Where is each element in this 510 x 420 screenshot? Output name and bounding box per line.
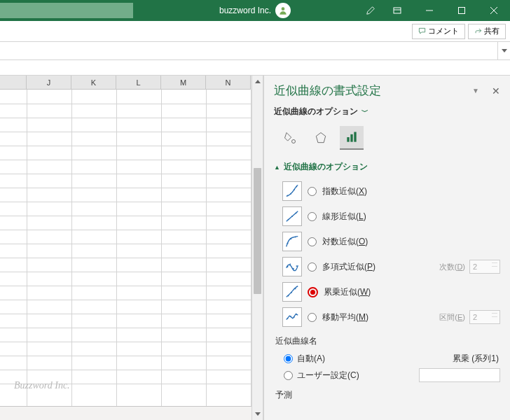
mavg-period-label: 区間(E) <box>439 312 465 323</box>
name-custom-label: ユーザー設定(C) <box>297 370 359 382</box>
fill-line-tab-icon[interactable] <box>278 126 302 150</box>
column-header[interactable]: N <box>206 76 251 90</box>
linear-radio[interactable] <box>308 212 317 221</box>
svg-point-32 <box>294 316 295 318</box>
moving-average-radio[interactable] <box>308 313 317 322</box>
pane-subtitle[interactable]: 近似曲線のオプション ﹀ <box>274 106 500 118</box>
name-custom-input[interactable] <box>419 368 500 382</box>
power-label: 累乗近似(W) <box>324 286 371 298</box>
name-auto-label: 自動(A) <box>297 353 325 365</box>
select-all-corner[interactable] <box>0 76 27 90</box>
svg-point-33 <box>296 314 298 315</box>
trendline-name-section: 近似曲線名 <box>275 335 500 347</box>
power-radio[interactable] <box>308 287 318 298</box>
spreadsheet-grid[interactable]: J K L M N Buzzword Inc. <box>0 76 251 420</box>
ribbon-row: コメント 共有 <box>0 21 510 42</box>
trendline-name-custom-row[interactable]: ユーザー設定(C) <box>284 367 500 384</box>
column-header[interactable]: M <box>161 76 206 90</box>
logarithmic-label: 対数近似(O) <box>322 236 368 248</box>
polynomial-label: 多項式近似(P) <box>322 261 375 273</box>
column-header[interactable]: J <box>27 76 71 90</box>
exponential-icon <box>282 181 302 201</box>
svg-point-21 <box>290 238 291 239</box>
pane-close-icon[interactable]: ✕ <box>492 85 500 97</box>
trendline-logarithmic-option[interactable]: 対数近似(O) <box>282 229 500 254</box>
trendline-exponential-option[interactable]: 指数近似(X) <box>282 178 500 204</box>
svg-point-22 <box>295 237 296 238</box>
maximize-button[interactable] <box>446 0 478 21</box>
poly-order-spinner[interactable]: 2 <box>469 260 500 274</box>
poly-order-label: 次数(D) <box>439 262 465 272</box>
effects-tab-icon[interactable] <box>309 126 333 150</box>
forecast-section: 予測 <box>275 389 500 401</box>
svg-rect-11 <box>354 132 356 142</box>
column-header[interactable]: L <box>116 76 161 90</box>
svg-point-27 <box>288 295 289 297</box>
svg-point-19 <box>296 213 297 214</box>
user-avatar[interactable] <box>275 3 291 18</box>
trendline-linear-option[interactable]: 線形近似(L) <box>282 204 500 229</box>
pane-title: 近似曲線の書式設定 <box>274 83 381 99</box>
share-button[interactable]: 共有 <box>468 24 506 39</box>
trendline-polynomial-option[interactable]: 多項式近似(P) 次数(D) 2 <box>282 254 500 279</box>
pane-options-icon[interactable]: ▼ <box>472 87 479 94</box>
format-trendline-pane: 近似曲線の書式設定 ▼ ✕ 近似曲線のオプション ﹀ ▲ 近似曲線のオプション <box>263 76 510 420</box>
column-headers: J K L M N <box>0 76 251 90</box>
svg-point-23 <box>287 266 289 267</box>
svg-point-28 <box>291 292 292 293</box>
trendline-options-section[interactable]: ▲ 近似曲線のオプション <box>274 161 500 173</box>
name-custom-radio[interactable] <box>284 371 293 380</box>
scroll-track[interactable] <box>252 88 263 408</box>
watermark: Buzzword Inc. <box>14 380 70 391</box>
svg-point-20 <box>287 243 289 244</box>
formula-bar[interactable] <box>0 42 510 60</box>
polynomial-radio[interactable] <box>308 262 317 272</box>
pen-icon[interactable] <box>360 0 381 21</box>
mavg-period-spinner[interactable]: 2 <box>469 310 500 324</box>
formula-expand-icon[interactable] <box>497 42 510 59</box>
trendline-options-tab-icon[interactable] <box>340 126 364 150</box>
exponential-label: 指数近似(X) <box>322 186 367 197</box>
scroll-down-arrow[interactable] <box>252 408 263 420</box>
trendline-moving-average-option[interactable]: 移動平均(M) 区間(E) 2 <box>282 304 500 330</box>
close-button[interactable] <box>478 0 510 21</box>
svg-point-25 <box>293 268 294 270</box>
svg-point-29 <box>295 288 296 290</box>
linear-icon <box>282 206 302 226</box>
sheet-tabs[interactable] <box>0 406 251 420</box>
trendline-name-auto-row[interactable]: 自動(A) 累乗 (系列1) <box>284 350 500 367</box>
search-input[interactable] <box>0 3 133 18</box>
spacer <box>0 60 510 76</box>
svg-rect-9 <box>347 137 349 142</box>
logarithmic-radio[interactable] <box>308 237 317 246</box>
linear-label: 線形近似(L) <box>322 211 366 223</box>
svg-point-14 <box>294 189 295 190</box>
svg-point-30 <box>287 318 289 319</box>
svg-point-0 <box>282 7 285 10</box>
svg-point-24 <box>289 263 291 265</box>
exponential-radio[interactable] <box>308 187 317 196</box>
scroll-thumb[interactable] <box>254 168 261 294</box>
scroll-up-arrow[interactable] <box>252 76 263 88</box>
power-icon <box>282 282 302 302</box>
svg-rect-10 <box>350 134 352 142</box>
name-auto-radio[interactable] <box>284 354 293 363</box>
column-header[interactable]: K <box>71 76 116 90</box>
name-auto-value: 累乗 (系列1) <box>453 353 499 365</box>
cells-area[interactable]: Buzzword Inc. <box>0 90 251 406</box>
svg-point-18 <box>291 216 293 217</box>
comment-button[interactable]: コメント <box>412 24 465 39</box>
svg-rect-4 <box>459 8 465 14</box>
chevron-down-icon: ﹀ <box>361 107 368 117</box>
polynomial-icon <box>282 257 302 276</box>
trendline-power-option[interactable]: 累乗近似(W) <box>282 279 500 304</box>
svg-point-12 <box>287 195 289 197</box>
svg-rect-1 <box>394 8 401 13</box>
svg-point-15 <box>296 186 298 188</box>
vertical-scrollbar[interactable] <box>251 76 263 420</box>
collapse-triangle-icon: ▲ <box>274 164 280 171</box>
ribbon-display-options-icon[interactable] <box>381 0 413 21</box>
svg-point-17 <box>288 219 289 220</box>
svg-point-31 <box>290 316 291 317</box>
minimize-button[interactable] <box>413 0 446 21</box>
